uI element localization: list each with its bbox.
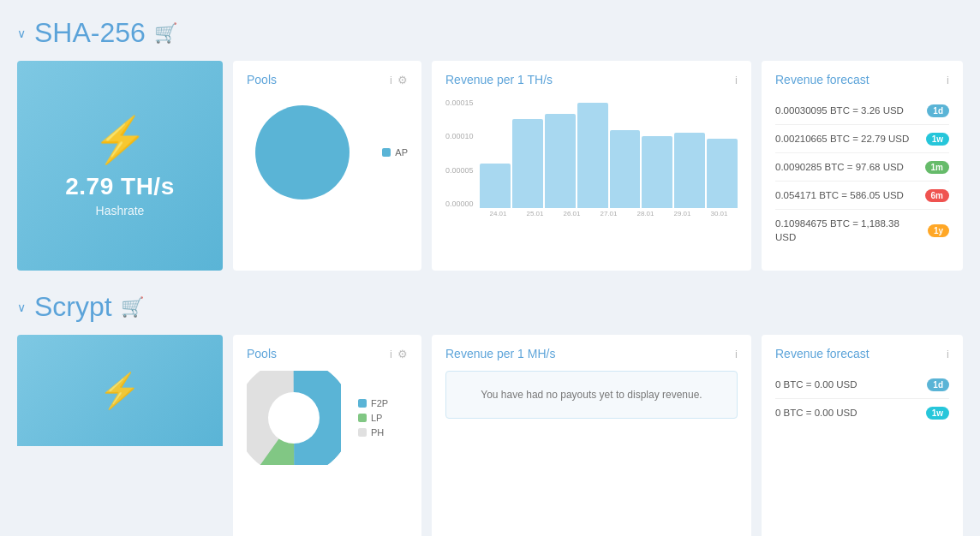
scrypt-pools-chart: F2P LP PH (247, 371, 408, 465)
forecast-badge-1d[interactable]: 1d (927, 104, 949, 117)
forecast-row-1w: 0.00210665 BTC = 22.79 USD 1w (775, 125, 949, 153)
forecast-badge-1y[interactable]: 1y (928, 224, 949, 237)
scrypt-pools-legend: F2P LP PH (358, 398, 388, 438)
forecast-badge-1m[interactable]: 1m (925, 161, 949, 174)
bar-7 (674, 133, 705, 208)
sha256-pools-header: Pools i ⚙ (247, 73, 408, 86)
scrypt-pools-gear-icon[interactable]: ⚙ (397, 348, 408, 360)
forecast-row-1d: 0.00030095 BTC = 3.26 USD 1d (775, 97, 949, 125)
sha256-hashrate-card: ⚡ 2.79 TH/s Hashrate (17, 61, 223, 271)
forecast-badge-1w[interactable]: 1w (926, 133, 949, 146)
sha256-forecast-icons: i (947, 74, 949, 86)
bar-2 (512, 119, 543, 208)
x-label-5: 28.01 (636, 210, 654, 217)
sha256-hashrate-value: 2.79 TH/s (65, 173, 174, 200)
scrypt-revenue-mhs-info-icon[interactable]: i (735, 348, 738, 360)
sha256-cards-row: ⚡ 2.79 TH/s Hashrate Pools i ⚙ (17, 61, 963, 271)
forecast-value-6m: 0.054171 BTC = 586.05 USD (775, 188, 920, 202)
x-label-2: 25.01 (526, 210, 543, 217)
sha256-pools-title: Pools (247, 73, 277, 86)
x-label-6: 29.01 (673, 210, 690, 217)
scrypt-forecast-title: Revenue forecast (775, 347, 869, 360)
scrypt-title: Scrypt (34, 291, 112, 323)
sha256-pools-gear-icon[interactable]: ⚙ (397, 74, 408, 86)
legend-label-ph: PH (371, 427, 384, 438)
scrypt-forecast-badge-1d[interactable]: 1d (927, 378, 949, 391)
y-label-4: 0.00000 (445, 200, 474, 208)
sha256-revenue-ths-header: Revenue per 1 TH/s i (445, 73, 738, 86)
sha256-pools-chart: AP (247, 97, 408, 208)
sha256-pools-legend: AP (382, 147, 408, 158)
scrypt-chevron-icon[interactable]: ∨ (17, 301, 26, 314)
sha256-pools-info-icon[interactable]: i (390, 74, 392, 86)
sha256-revenue-ths-card: Revenue per 1 TH/s i 0.00015 (432, 61, 751, 271)
sha256-forecast-rows: 0.00030095 BTC = 3.26 USD 1d 0.00210665 … (775, 97, 949, 252)
scrypt-bolt-icon: ⚡ (99, 371, 141, 411)
scrypt-section: ∨ Scrypt 🛒 ⚡ Pools i ⚙ (17, 291, 963, 536)
sha256-forecast-header: Revenue forecast i (775, 73, 949, 86)
y-label-2: 0.00010 (445, 132, 474, 140)
scrypt-pools-icons: i ⚙ (390, 348, 408, 360)
sha256-pools-icons: i ⚙ (390, 74, 408, 86)
bar-5 (610, 130, 641, 208)
forecast-row-1m: 0.0090285 BTC = 97.68 USD 1m (775, 153, 949, 182)
sha256-hashrate-label: Hashrate (96, 204, 145, 217)
scrypt-pools-title: Pools (247, 347, 277, 360)
scrypt-section-header[interactable]: ∨ Scrypt 🛒 (17, 291, 963, 323)
sha256-forecast-info-icon[interactable]: i (947, 74, 949, 86)
sha256-bar-chart-container: 0.00015 0.00010 0.00005 0.00000 24.01 25… (445, 97, 738, 242)
legend-label-ap: AP (395, 147, 408, 158)
scrypt-cards-row: ⚡ Pools i ⚙ (17, 335, 963, 536)
sha256-revenue-ths-title: Revenue per 1 TH/s (445, 73, 553, 86)
scrypt-forecast-rows: 0 BTC = 0.00 USD 1d 0 BTC = 0.00 USD 1w (775, 371, 949, 426)
forecast-row-1y: 0.10984675 BTC = 1,188.38 USD 1y (775, 210, 949, 251)
bar-6 (642, 136, 672, 209)
scrypt-forecast-icons: i (947, 348, 949, 360)
sha256-forecast-card: Revenue forecast i 0.00030095 BTC = 3.26… (762, 61, 963, 271)
legend-item-ph: PH (358, 427, 388, 438)
scrypt-forecast-row-1d: 0 BTC = 0.00 USD 1d (775, 371, 949, 399)
scrypt-forecast-row-1w: 0 BTC = 0.00 USD 1w (775, 399, 949, 426)
sha256-title: SHA-256 (34, 17, 146, 49)
scrypt-pools-card: Pools i ⚙ (233, 335, 421, 536)
svg-point-4 (268, 392, 320, 444)
scrypt-forecast-value-1d: 0 BTC = 0.00 USD (775, 378, 922, 391)
scrypt-forecast-badge-1w[interactable]: 1w (926, 407, 949, 420)
legend-item-f2p: F2P (358, 398, 388, 408)
legend-item-ap: AP (382, 147, 408, 158)
forecast-value-1y: 0.10984675 BTC = 1,188.38 USD (775, 217, 923, 244)
x-label-7: 30.01 (710, 210, 727, 217)
sha256-section-header[interactable]: ∨ SHA-256 🛒 (17, 17, 963, 49)
scrypt-forecast-header: Revenue forecast i (775, 347, 949, 360)
sha256-revenue-ths-icons: i (735, 74, 738, 86)
sha256-forecast-title: Revenue forecast (775, 73, 869, 86)
legend-label-f2p: F2P (371, 398, 388, 408)
scrypt-cart-icon[interactable]: 🛒 (121, 296, 144, 319)
scrypt-pools-header: Pools i ⚙ (247, 347, 408, 360)
sha256-chevron-icon[interactable]: ∨ (17, 27, 26, 40)
scrypt-revenue-mhs-card: Revenue per 1 MH/s i You have had no pay… (432, 335, 751, 536)
legend-dot-lp (358, 414, 367, 422)
bar-1 (480, 164, 511, 208)
scrypt-forecast-card: Revenue forecast i 0 BTC = 0.00 USD 1d 0… (762, 335, 963, 536)
y-label-3: 0.00005 (445, 166, 474, 175)
no-revenue-box: You have had no payouts yet to display r… (445, 371, 738, 419)
forecast-badge-6m[interactable]: 6m (925, 189, 949, 202)
scrypt-pools-donut (247, 371, 341, 465)
scrypt-forecast-value-1w: 0 BTC = 0.00 USD (775, 406, 921, 420)
sha256-pools-card: Pools i ⚙ AP (233, 61, 421, 271)
sha256-cart-icon[interactable]: 🛒 (154, 22, 177, 45)
page: ∨ SHA-256 🛒 ⚡ 2.79 TH/s Hashrate Pools i… (0, 0, 980, 536)
svg-point-0 (255, 105, 350, 200)
scrypt-revenue-mhs-header: Revenue per 1 MH/s i (445, 347, 738, 360)
forecast-value-1w: 0.00210665 BTC = 22.79 USD (775, 132, 921, 146)
forecast-value-1d: 0.00030095 BTC = 3.26 USD (775, 104, 922, 117)
scrypt-forecast-info-icon[interactable]: i (947, 348, 949, 360)
scrypt-pools-info-icon[interactable]: i (390, 348, 392, 360)
sha256-revenue-ths-info-icon[interactable]: i (735, 74, 738, 86)
scrypt-revenue-mhs-icons: i (735, 348, 738, 360)
sha256-pools-donut (247, 97, 358, 208)
legend-dot-ph (358, 428, 367, 437)
legend-dot-ap (382, 148, 391, 157)
x-label-4: 27.01 (600, 210, 617, 217)
